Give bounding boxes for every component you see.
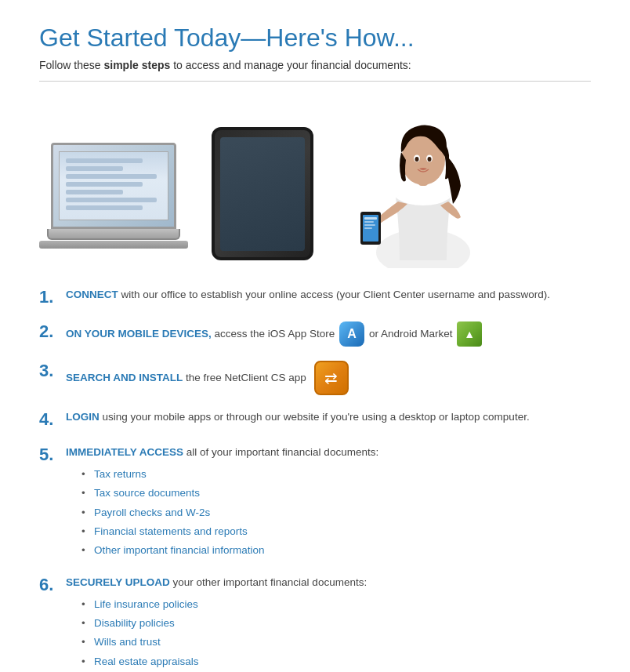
- subtitle-bold: simple steps: [103, 59, 170, 71]
- step-2-content: On your mobile devices, access the iOS A…: [66, 321, 591, 347]
- bullet-item: Disability policies: [81, 614, 591, 633]
- tablet-device: [212, 127, 313, 260]
- laptop-bottom: [39, 241, 188, 249]
- step-2-text2: or Android Market: [369, 328, 453, 340]
- step-1-number: 1.: [39, 287, 63, 307]
- laptop-screen-inner: [59, 151, 168, 220]
- step-4: 4. Login using your mobile apps or throu…: [39, 409, 591, 430]
- divider: [39, 81, 591, 82]
- step-3-content: Search and install the free NetClient CS…: [66, 361, 591, 395]
- step-6-number: 6.: [39, 575, 63, 595]
- laptop-line: [66, 166, 123, 171]
- laptop-line: [66, 205, 143, 210]
- bullet-item: Life insurance policies: [81, 595, 591, 614]
- step-6: 6. Securely upload your other important …: [39, 575, 591, 672]
- step-5-label: Immediately access: [66, 446, 183, 458]
- devices-row: [39, 96, 591, 268]
- step-2-header: 2. On your mobile devices, access the iO…: [39, 321, 591, 347]
- netclient-icon[interactable]: [314, 361, 349, 395]
- step-1-content: Connect with our office to establish you…: [66, 287, 591, 303]
- laptop-line: [66, 190, 123, 194]
- svg-point-5: [415, 157, 419, 162]
- bullet-item: Payroll checks and W-2s: [81, 503, 591, 522]
- person-with-phone-svg: [337, 96, 509, 268]
- laptop-base: [47, 229, 180, 240]
- subtitle: Follow these simple steps to access and …: [39, 59, 591, 71]
- step-2: 2. On your mobile devices, access the iO…: [39, 321, 591, 347]
- step-1-header: 1. Connect with our office to establish …: [39, 287, 591, 307]
- step-4-content: Login using your mobile apps or through …: [66, 409, 591, 425]
- step-5: 5. Immediately access all of your import…: [39, 445, 591, 561]
- tablet-screen: [220, 137, 305, 251]
- step-6-content: Securely upload your other important fin…: [66, 575, 591, 672]
- svg-rect-10: [364, 221, 374, 223]
- step-5-text: all of your important financial document…: [183, 446, 378, 458]
- step-3-label: Search and install: [66, 372, 183, 383]
- subtitle-plain: Follow these: [39, 59, 103, 71]
- step-5-header: 5. Immediately access all of your import…: [39, 445, 591, 561]
- bullet-item: Real estate appraisals: [81, 652, 591, 671]
- step-4-number: 4.: [39, 409, 63, 430]
- step-3-header: 3. Search and install the free NetClient…: [39, 361, 591, 395]
- laptop-line: [66, 182, 143, 187]
- bullet-item: Other important financial information: [81, 541, 591, 560]
- person-figure: [337, 96, 509, 268]
- step-5-content: Immediately access all of your important…: [66, 445, 591, 561]
- laptop-device: [39, 143, 188, 268]
- step-6-text: your other important financial documents…: [170, 576, 367, 588]
- laptop-screen: [51, 143, 176, 229]
- svg-rect-9: [364, 217, 377, 220]
- step-1-text: with our office to establish your online…: [118, 289, 550, 300]
- step-1-label: Connect: [66, 289, 118, 300]
- subtitle-end: to access and manage your financial docu…: [170, 59, 411, 71]
- laptop-line: [66, 198, 157, 202]
- step-4-text: using your mobile apps or through our we…: [100, 411, 530, 423]
- step-2-label: On your mobile devices,: [66, 328, 212, 340]
- step-3: 3. Search and install the free NetClient…: [39, 361, 591, 395]
- bullet-item: Tax returns: [81, 465, 591, 484]
- step-3-number: 3.: [39, 361, 63, 381]
- laptop-line: [66, 174, 157, 179]
- steps-container: 1. Connect with our office to establish …: [39, 287, 591, 672]
- svg-rect-11: [364, 224, 375, 226]
- app-store-icon[interactable]: [339, 321, 364, 347]
- page-title: Get Started Today—Here's How...: [39, 24, 591, 53]
- bullet-item: Wills and trust: [81, 633, 591, 652]
- svg-rect-12: [364, 227, 372, 229]
- android-icon[interactable]: [457, 321, 482, 347]
- step-3-text: the free NetClient CS app: [183, 372, 306, 383]
- step-1: 1. Connect with our office to establish …: [39, 287, 591, 307]
- bullet-item: Tax source documents: [81, 484, 591, 503]
- step-6-header: 6. Securely upload your other important …: [39, 575, 591, 672]
- laptop-screen-lines: [60, 152, 168, 220]
- step-5-bullets: Tax returns Tax source documents Payroll…: [66, 465, 591, 560]
- step-5-number: 5.: [39, 445, 63, 465]
- step-6-bullets: Life insurance policies Disability polic…: [66, 595, 591, 672]
- step-2-text: access the iOS App Store: [212, 328, 335, 340]
- svg-point-6: [428, 157, 432, 162]
- step-4-header: 4. Login using your mobile apps or throu…: [39, 409, 591, 430]
- laptop-line: [66, 158, 143, 163]
- step-2-number: 2.: [39, 321, 63, 342]
- bullet-item: Financial statements and reports: [81, 522, 591, 541]
- step-6-label: Securely upload: [66, 576, 170, 588]
- step-4-label: Login: [66, 411, 100, 423]
